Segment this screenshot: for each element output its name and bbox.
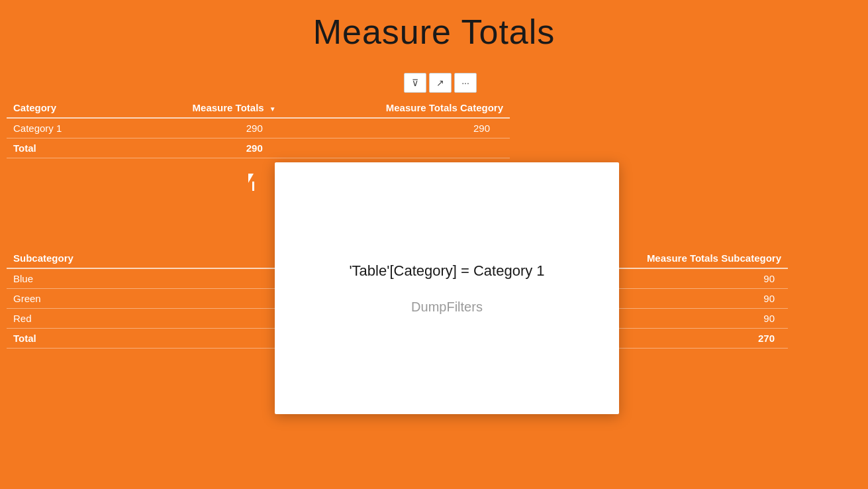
tooltip-dump-filters: DumpFilters [411,299,483,315]
cell-bottom-total-label: Total [7,329,194,349]
tooltip-filter-expression: 'Table'[Category] = Category 1 [349,262,544,280]
tooltip-popup: 'Table'[Category] = Category 1 DumpFilte… [275,162,619,414]
export-icon: ↗ [436,78,444,88]
cell-measure-totals-category: 290 [283,118,510,138]
top-col-measure-totals[interactable]: Measure Totals ▼ [114,98,282,118]
export-button[interactable]: ↗ [429,73,452,93]
table-row: Category 1 290 290 [7,118,510,138]
cell-subcategory-blue: Blue [7,268,194,289]
top-col-category: Category [7,98,114,118]
top-table: Category Measure Totals ▼ Measure Totals… [7,98,510,158]
mouse-cursor [248,174,262,192]
sort-arrow-icon: ▼ [269,105,276,113]
toolbar: ⊽ ↗ ··· [404,73,477,93]
filter-button[interactable]: ⊽ [404,73,426,93]
filter-icon: ⊽ [412,78,418,88]
cell-category: Category 1 [7,118,114,138]
cell-total-value: 290 [114,138,282,158]
cell-total-label: Total [7,138,114,158]
cell-measure-totals: 290 [114,118,282,138]
more-icon: ··· [461,78,469,88]
more-options-button[interactable]: ··· [454,73,477,93]
top-total-row: Total 290 [7,138,510,158]
page-title: Measure Totals [0,12,868,52]
cell-subcategory-red: Red [7,309,194,329]
top-table-header-row: Category Measure Totals ▼ Measure Totals… [7,98,510,118]
bottom-col-subcategory: Subcategory [7,248,194,268]
cell-subcategory-green: Green [7,289,194,309]
cell-total-category [283,138,510,158]
top-col-measure-totals-category: Measure Totals Category [283,98,510,118]
